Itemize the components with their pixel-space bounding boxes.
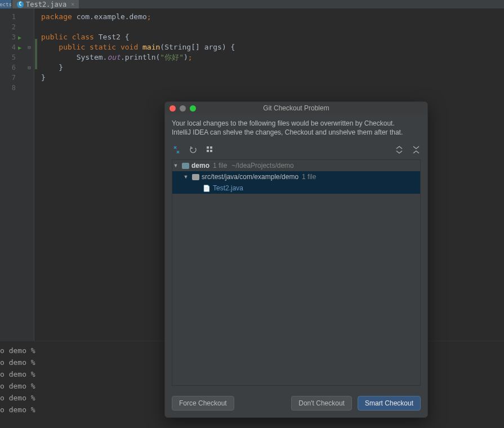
changes-tree[interactable]: ▼ demo 1 file ~/IdeaProjects/demo ▼ src/… bbox=[172, 159, 421, 386]
dont-checkout-button[interactable]: Don't Checkout bbox=[291, 396, 352, 411]
run-gutter-icon[interactable]: ▶ bbox=[18, 44, 26, 51]
editor-tab[interactable]: C Test2.java × bbox=[12, 0, 79, 8]
expand-all-icon[interactable] bbox=[395, 145, 404, 154]
editor-tabstrip: ects C Test2.java × bbox=[0, 0, 504, 8]
svg-rect-3 bbox=[210, 150, 212, 152]
force-checkout-button[interactable]: Force Checkout bbox=[172, 396, 234, 411]
line-number: 2 bbox=[0, 23, 16, 31]
svg-rect-0 bbox=[207, 146, 209, 149]
java-file-icon: 📄 bbox=[203, 184, 211, 192]
line-number: 1 bbox=[0, 13, 16, 21]
vcs-change-marker[interactable] bbox=[35, 39, 37, 69]
tree-label: Test2.java bbox=[213, 184, 243, 192]
project-tool-stub[interactable]: ects bbox=[0, 0, 11, 8]
run-gutter-icon[interactable]: ▶ bbox=[18, 34, 26, 41]
tree-label: demo bbox=[191, 162, 209, 170]
dialog-toolbar bbox=[165, 142, 427, 157]
git-checkout-dialog: Git Checkout Problem Your local changes … bbox=[164, 101, 428, 418]
java-class-icon: C bbox=[17, 1, 24, 8]
fold-icon[interactable]: ⊟ bbox=[26, 65, 33, 70]
collapse-all-icon[interactable] bbox=[412, 145, 421, 154]
svg-rect-1 bbox=[210, 146, 212, 149]
tree-label: src/test/java/com/example/demo bbox=[202, 173, 298, 181]
file-count: 1 file bbox=[302, 173, 316, 181]
disclosure-icon[interactable]: ▼ bbox=[172, 163, 179, 168]
line-number: 3 bbox=[0, 33, 16, 41]
disclosure-icon[interactable]: ▼ bbox=[182, 174, 189, 180]
tab-filename: Test2.java bbox=[26, 1, 66, 8]
file-count: 1 file bbox=[213, 162, 227, 170]
dialog-button-bar: Force Checkout Don't Checkout Smart Chec… bbox=[172, 396, 421, 411]
group-by-icon[interactable] bbox=[206, 145, 215, 154]
folder-icon bbox=[191, 173, 199, 181]
line-number: 4 bbox=[0, 43, 16, 51]
tree-dir-row[interactable]: ▼ src/test/java/com/example/demo 1 file bbox=[172, 171, 420, 182]
dialog-message: Your local changes to the following file… bbox=[165, 114, 427, 142]
dialog-title: Git Checkout Problem bbox=[165, 104, 427, 112]
fold-icon[interactable]: ⊟ bbox=[26, 44, 33, 50]
dialog-titlebar[interactable]: Git Checkout Problem bbox=[165, 102, 427, 114]
tree-root-row[interactable]: ▼ demo 1 file ~/IdeaProjects/demo bbox=[172, 160, 420, 171]
line-number: 7 bbox=[0, 74, 16, 82]
line-number: 5 bbox=[0, 54, 16, 61]
diff-icon[interactable] bbox=[172, 145, 181, 154]
line-number: 8 bbox=[0, 84, 16, 92]
smart-checkout-button[interactable]: Smart Checkout bbox=[358, 396, 421, 411]
line-number: 6 bbox=[0, 64, 16, 72]
tree-file-row[interactable]: 📄 Test2.java bbox=[172, 182, 420, 194]
svg-rect-2 bbox=[207, 150, 209, 152]
module-icon bbox=[181, 162, 189, 170]
revert-icon[interactable] bbox=[189, 145, 198, 154]
gutter: 1 2 3▶ 4▶⊟ 5 6⊟ 7 8 bbox=[0, 8, 34, 341]
close-icon[interactable]: × bbox=[71, 1, 74, 7]
tree-path: ~/IdeaProjects/demo bbox=[231, 162, 293, 170]
